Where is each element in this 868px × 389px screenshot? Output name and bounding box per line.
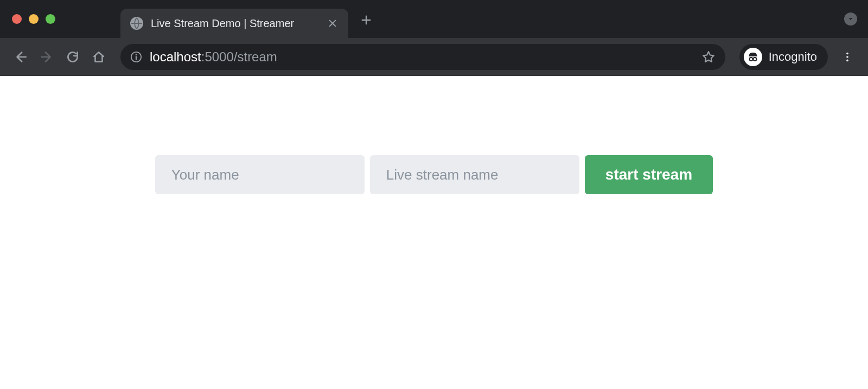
url-host: localhost bbox=[150, 49, 201, 64]
url-text: localhost:5000/stream bbox=[150, 49, 694, 65]
tab-bar: Live Stream Demo | Streamer bbox=[0, 0, 868, 38]
tab-list-dropdown-icon[interactable] bbox=[844, 12, 857, 25]
svg-rect-3 bbox=[136, 56, 137, 60]
svg-point-8 bbox=[846, 60, 848, 62]
your-name-input[interactable] bbox=[155, 155, 365, 194]
window-controls bbox=[12, 14, 55, 24]
forward-button[interactable] bbox=[36, 46, 58, 68]
close-tab-icon[interactable] bbox=[327, 17, 339, 29]
svg-point-6 bbox=[846, 53, 848, 55]
stream-form: start stream bbox=[155, 155, 713, 194]
url-path: :5000/stream bbox=[201, 49, 277, 64]
browser-toolbar: localhost:5000/stream Incognito bbox=[0, 38, 868, 76]
bookmark-icon[interactable] bbox=[701, 50, 716, 64]
svg-point-4 bbox=[749, 58, 752, 61]
incognito-label: Incognito bbox=[769, 50, 817, 64]
minimize-window-button[interactable] bbox=[29, 14, 39, 24]
incognito-indicator[interactable]: Incognito bbox=[739, 44, 828, 70]
close-window-button[interactable] bbox=[12, 14, 22, 24]
back-button[interactable] bbox=[10, 46, 31, 68]
maximize-window-button[interactable] bbox=[46, 14, 55, 24]
page-content: start stream bbox=[0, 76, 868, 194]
start-stream-button[interactable]: start stream bbox=[585, 155, 713, 194]
home-button[interactable] bbox=[88, 46, 110, 68]
svg-point-5 bbox=[753, 58, 756, 61]
reload-button[interactable] bbox=[62, 46, 84, 68]
globe-icon bbox=[130, 17, 143, 30]
svg-point-2 bbox=[136, 54, 137, 56]
incognito-icon bbox=[744, 48, 762, 66]
address-bar[interactable]: localhost:5000/stream bbox=[120, 44, 725, 70]
browser-menu-button[interactable] bbox=[837, 46, 858, 68]
stream-name-input[interactable] bbox=[370, 155, 579, 194]
svg-point-7 bbox=[846, 56, 848, 58]
browser-tab[interactable]: Live Stream Demo | Streamer bbox=[120, 9, 348, 38]
new-tab-button[interactable] bbox=[360, 12, 372, 30]
tab-title: Live Stream Demo | Streamer bbox=[151, 17, 319, 30]
site-info-icon[interactable] bbox=[130, 51, 142, 63]
browser-chrome: Live Stream Demo | Streamer bbox=[0, 0, 868, 76]
